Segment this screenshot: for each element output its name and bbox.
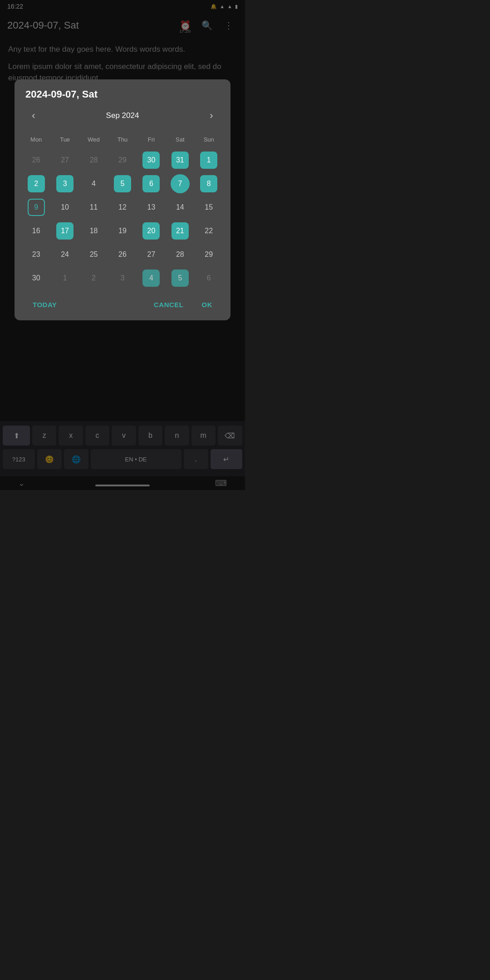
calendar-day-4-6[interactable]: 29 [195, 244, 223, 265]
calendar-week-2: 2345678 [22, 173, 223, 195]
calendar-day-0-3[interactable]: 29 [108, 149, 137, 171]
weekday-mon: Mon [22, 131, 50, 147]
weekday-header-row: Mon Tue Wed Thu Fri Sat Sun [22, 131, 223, 147]
calendar-day-5-6[interactable]: 6 [195, 267, 223, 289]
calendar-day-2-3[interactable]: 12 [108, 196, 137, 218]
calendar-day-4-3[interactable]: 26 [108, 244, 137, 265]
cancel-button[interactable]: CANCEL [147, 296, 191, 313]
calendar-week-5: 23242526272829 [22, 244, 223, 265]
calendar-day-1-6[interactable]: 8 [195, 173, 223, 195]
calendar-day-2-6[interactable]: 15 [195, 196, 223, 218]
calendar-day-0-2[interactable]: 28 [79, 149, 108, 171]
calendar-day-3-2[interactable]: 18 [79, 220, 108, 242]
calendar-day-2-4[interactable]: 13 [137, 196, 166, 218]
calendar-day-4-1[interactable]: 24 [50, 244, 79, 265]
prev-month-button[interactable]: ‹ [25, 108, 42, 124]
dialog-title: 2024-09-07, Sat [22, 88, 223, 100]
weekday-tue: Tue [50, 131, 79, 147]
calendar-day-4-0[interactable]: 23 [22, 244, 50, 265]
calendar-day-3-6[interactable]: 22 [195, 220, 223, 242]
weekday-wed: Wed [79, 131, 108, 147]
calendar-day-0-0[interactable]: 26 [22, 149, 50, 171]
month-year-label: Sep 2024 [106, 111, 139, 120]
calendar-week-1: 2627282930311 [22, 149, 223, 171]
today-button[interactable]: TODAY [25, 296, 64, 313]
weekday-sat: Sat [166, 131, 194, 147]
month-navigation: ‹ Sep 2024 › [22, 108, 223, 124]
calendar-day-3-4[interactable]: 20 [137, 220, 166, 242]
calendar-day-5-1[interactable]: 1 [50, 267, 79, 289]
calendar-day-2-0[interactable]: 9 [22, 196, 50, 218]
calendar-week-6: 30123456 [22, 267, 223, 289]
calendar-day-0-6[interactable]: 1 [195, 149, 223, 171]
calendar-day-3-3[interactable]: 19 [108, 220, 137, 242]
calendar-day-1-2[interactable]: 4 [79, 173, 108, 195]
calendar-day-3-0[interactable]: 16 [22, 220, 50, 242]
calendar-day-2-1[interactable]: 10 [50, 196, 79, 218]
weekday-sun: Sun [195, 131, 223, 147]
ok-button[interactable]: OK [195, 296, 220, 313]
calendar-day-1-1[interactable]: 3 [50, 173, 79, 195]
calendar-day-1-4[interactable]: 6 [137, 173, 166, 195]
calendar-day-4-2[interactable]: 25 [79, 244, 108, 265]
dialog-buttons: TODAY CANCEL OK [22, 296, 223, 313]
calendar-day-5-4[interactable]: 4 [137, 267, 166, 289]
calendar-day-2-5[interactable]: 14 [166, 196, 194, 218]
calendar-week-3: 9101112131415 [22, 196, 223, 218]
calendar-grid: Mon Tue Wed Thu Fri Sat Sun 262728293031… [22, 131, 223, 289]
calendar-day-3-5[interactable]: 21 [166, 220, 194, 242]
date-picker-dialog: 2024-09-07, Sat ‹ Sep 2024 › Mon Tue Wed… [15, 79, 230, 320]
calendar-day-4-5[interactable]: 28 [166, 244, 194, 265]
calendar-day-1-5[interactable]: 7 [166, 173, 194, 195]
calendar-day-5-5[interactable]: 5 [166, 267, 194, 289]
calendar-day-4-4[interactable]: 27 [137, 244, 166, 265]
calendar-day-1-3[interactable]: 5 [108, 173, 137, 195]
calendar-day-0-1[interactable]: 27 [50, 149, 79, 171]
calendar-day-1-0[interactable]: 2 [22, 173, 50, 195]
calendar-day-3-1[interactable]: 17 [50, 220, 79, 242]
calendar-day-0-5[interactable]: 31 [166, 149, 194, 171]
calendar-day-5-0[interactable]: 30 [22, 267, 50, 289]
calendar-day-5-2[interactable]: 2 [79, 267, 108, 289]
calendar-week-4: 16171819202122 [22, 220, 223, 242]
calendar-day-2-2[interactable]: 11 [79, 196, 108, 218]
calendar-day-5-3[interactable]: 3 [108, 267, 137, 289]
next-month-button[interactable]: › [203, 108, 220, 124]
weekday-thu: Thu [108, 131, 137, 147]
weekday-fri: Fri [137, 131, 166, 147]
calendar-day-0-4[interactable]: 30 [137, 149, 166, 171]
